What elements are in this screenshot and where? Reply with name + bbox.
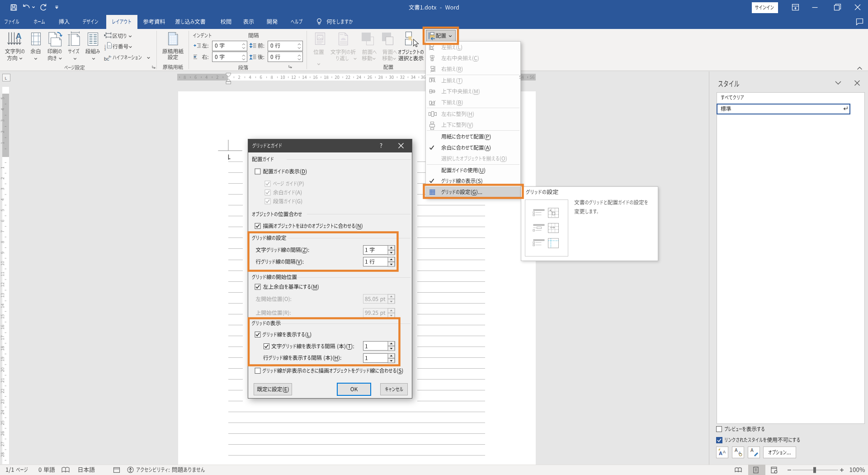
svg-text:A: A: [16, 32, 22, 41]
svg-text:A: A: [719, 451, 722, 456]
svg-text:A: A: [738, 451, 741, 455]
svg-text:a-: a-: [108, 54, 112, 58]
svg-text:3: 3: [104, 48, 106, 51]
svg-text:A: A: [735, 448, 738, 453]
svg-text:A: A: [750, 448, 754, 453]
svg-text:L: L: [5, 76, 7, 81]
svg-text:A: A: [723, 450, 726, 454]
